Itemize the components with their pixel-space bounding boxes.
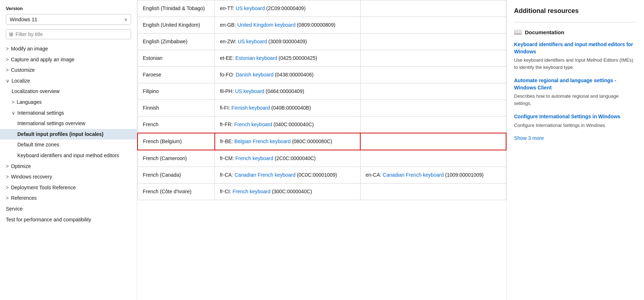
sidebar-item-references[interactable]: >References — [0, 193, 137, 204]
table-row: Estonianet-EE: Estonian keyboard (0425:0… — [138, 50, 506, 67]
input1-link[interactable]: Canadian French keyboard — [235, 172, 296, 178]
table-row: Faroesefo-FO: Danish keyboard (0438:0000… — [138, 67, 506, 83]
input1-cell: fr-BE: Belgian French keyboard (080C:000… — [215, 133, 361, 150]
input2-link[interactable]: Canadian French keyboard — [383, 172, 444, 178]
sidebar-label-test-performance: Test for performance and compatibility — [6, 216, 91, 224]
input2-cell: en-CA: Canadian French keyboard (1009:00… — [360, 167, 506, 184]
sidebar-label-default-input-profiles: Default input profiles (input locales) — [17, 131, 104, 138]
input1-link[interactable]: US keyboard — [235, 88, 264, 94]
input1-link[interactable]: Belgian French keyboard — [234, 138, 291, 144]
right-doc-desc-0: Use keyboard identifiers and Input Metho… — [514, 57, 637, 71]
show-more-link[interactable]: Show 3 more — [514, 135, 544, 141]
input1-link[interactable]: French keyboard — [234, 122, 272, 127]
sidebar-label-international-settings: International settings — [17, 110, 64, 117]
table-row: English (United Kingdom)en-GB: United Ki… — [138, 17, 506, 34]
keyboard-table: English (Trinidad & Tobago)en-TT: US key… — [137, 0, 506, 200]
input1-cell: et-EE: Estonian keyboard (0425:00000425) — [215, 50, 361, 67]
input1-link[interactable]: US keyboard — [236, 5, 265, 11]
version-dropdown[interactable]: Windows 11 Windows 10 — [6, 14, 131, 25]
sidebar-label-default-time-zones: Default time zones — [17, 141, 59, 149]
table-row: English (Trinidad & Tobago)en-TT: US key… — [138, 0, 506, 17]
input1-link[interactable]: Estonian keyboard — [235, 55, 277, 61]
input1-link[interactable]: United Kingdom keyboard — [237, 22, 295, 28]
sidebar-label-references: References — [11, 195, 37, 202]
sidebar-item-test-performance[interactable]: Test for performance and compatibility — [0, 215, 137, 225]
sidebar-label-windows-recovery: Windows recovery — [11, 173, 52, 181]
right-divider — [514, 22, 637, 22]
language-cell: French (Cameroon) — [138, 150, 215, 167]
main-content: English (Trinidad & Tobago)en-TT: US key… — [137, 0, 507, 300]
filter-box[interactable]: ⊞ — [6, 29, 131, 39]
language-cell: Faroese — [138, 67, 215, 83]
input2-cell — [360, 50, 506, 67]
input1-cell: en-GB: United Kingdom keyboard (0809:000… — [215, 17, 361, 34]
table-row: French (Côte d'Ivoire)fr-CI: French keyb… — [138, 184, 506, 200]
table-row: French (Canada)fr-CA: Canadian French ke… — [138, 167, 506, 184]
version-label: Version — [0, 6, 137, 14]
right-doc-item-1: Automate regional and language settings … — [514, 77, 637, 107]
right-docs-list: Keyboard identifiers and input method ed… — [514, 41, 637, 129]
right-doc-link-2[interactable]: Configure International Settings in Wind… — [514, 113, 637, 120]
table-row: French (Cameroon)fr-CM: French keyboard … — [138, 150, 506, 167]
sidebar-item-capture-apply[interactable]: >Capture and apply an image — [0, 54, 137, 65]
sidebar-item-deployment-tools[interactable]: >Deployment Tools Reference — [0, 182, 137, 193]
sidebar-label-capture-apply: Capture and apply an image — [11, 56, 74, 63]
table-row: Filipinofil-PH: US keyboard (0464:000004… — [138, 83, 506, 100]
sidebar-item-customize[interactable]: >Customize — [0, 65, 137, 76]
sidebar-label-localization-overview: Localization overview — [12, 88, 60, 95]
language-cell: French (Belgium) — [138, 133, 215, 150]
right-doc-link-0[interactable]: Keyboard identifiers and input method ed… — [514, 41, 637, 55]
input1-cell: fr-CA: Canadian French keyboard (0C0C:00… — [215, 167, 361, 184]
sidebar-item-default-input-profiles[interactable]: Default input profiles (input locales) — [0, 129, 137, 140]
input2-cell — [360, 100, 506, 116]
input1-link[interactable]: French keyboard — [235, 155, 273, 161]
input1-cell: fr-FR: French keyboard (040C:0000040C) — [215, 116, 361, 133]
input1-cell: fi-FI: Finnish keyboard (040B:0000040B) — [215, 100, 361, 116]
sidebar-item-windows-recovery[interactable]: >Windows recovery — [0, 172, 137, 182]
sidebar-item-service[interactable]: Service — [0, 204, 137, 215]
input1-cell: en-TT: US keyboard (2C09:00000409) — [215, 0, 361, 17]
sidebar-label-modify-image: Modify an image — [11, 45, 48, 53]
sidebar-item-international-settings[interactable]: ∨International settings — [0, 108, 137, 119]
input1-link[interactable]: French keyboard — [232, 189, 270, 194]
sidebar-item-optimize[interactable]: >Optimize — [0, 161, 137, 172]
input2-cell — [360, 67, 506, 83]
language-cell: French — [138, 116, 215, 133]
language-cell: French (Côte d'Ivoire) — [138, 184, 215, 200]
sidebar: Version Windows 11 Windows 10 ⊞ >Modify … — [0, 0, 137, 300]
right-doc-item-0: Keyboard identifiers and input method ed… — [514, 41, 637, 71]
right-doc-desc-1: Describes how to automate regional and l… — [514, 93, 637, 107]
sidebar-label-localize: Localize — [12, 78, 30, 85]
input1-cell: fil-PH: US keyboard (0464:00000409) — [215, 83, 361, 100]
right-panel: Additional resources 📖 Documentation Key… — [507, 0, 644, 300]
sidebar-item-localize[interactable]: ∨Localize — [0, 76, 137, 87]
input2-cell — [360, 116, 506, 133]
right-doc-item-2: Configure International Settings in Wind… — [514, 113, 637, 129]
input1-link[interactable]: US keyboard — [238, 39, 267, 44]
right-doc-desc-2: Configure International Settings in Wind… — [514, 122, 637, 129]
sidebar-label-customize: Customize — [11, 67, 35, 74]
version-select-container[interactable]: Windows 11 Windows 10 — [6, 14, 131, 25]
input1-cell: en-ZW: US keyboard (3009:00000409) — [215, 34, 361, 50]
sidebar-item-intl-settings-overview[interactable]: International settings overview — [0, 118, 137, 129]
input2-cell — [360, 133, 506, 150]
language-cell: French (Canada) — [138, 167, 215, 184]
sidebar-item-languages[interactable]: >Languages — [0, 97, 137, 108]
language-cell: Estonian — [138, 50, 215, 67]
input1-link[interactable]: Danish keyboard — [236, 72, 274, 78]
sidebar-item-keyboard-identifiers[interactable]: Keyboard identifiers and input method ed… — [0, 150, 137, 161]
right-section-title: 📖 Documentation — [514, 28, 637, 36]
input2-cell — [360, 0, 506, 17]
input1-link[interactable]: Finnish keyboard — [231, 105, 270, 111]
sidebar-item-localization-overview[interactable]: Localization overview — [0, 86, 137, 97]
sidebar-label-intl-settings-overview: International settings overview — [17, 120, 85, 127]
table-row: Finnishfi-FI: Finnish keyboard (040B:000… — [138, 100, 506, 116]
sidebar-item-default-time-zones[interactable]: Default time zones — [0, 140, 137, 150]
right-doc-link-1[interactable]: Automate regional and language settings … — [514, 77, 637, 91]
nav-tree: >Modify an image>Capture and apply an im… — [0, 44, 137, 300]
table-row: Frenchfr-FR: French keyboard (040C:00000… — [138, 116, 506, 133]
sidebar-item-modify-image[interactable]: >Modify an image — [0, 44, 137, 54]
input1-cell: fr-CM: French keyboard (2C0C:0000040C) — [215, 150, 361, 167]
filter-input[interactable] — [16, 31, 128, 37]
input2-cell — [360, 83, 506, 100]
